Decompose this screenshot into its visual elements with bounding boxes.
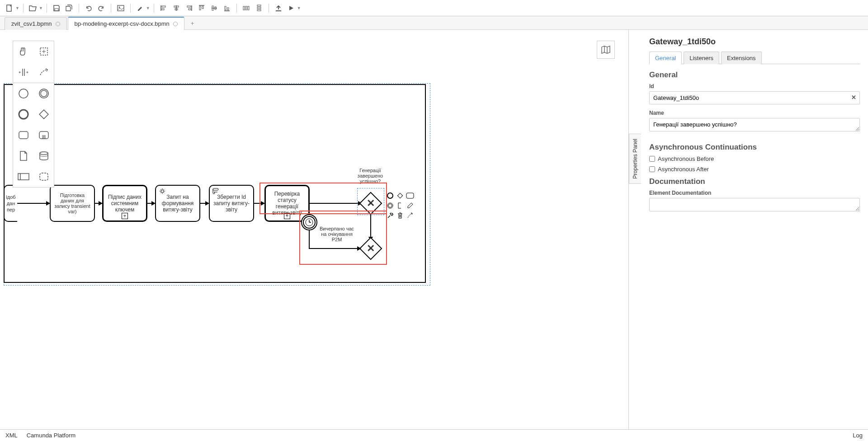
new-file-icon[interactable]: [4, 2, 15, 14]
end-event-icon[interactable]: [13, 104, 33, 125]
align-top-icon[interactable]: [196, 2, 208, 14]
sequence-flow[interactable]: [17, 203, 50, 204]
global-connect-tool-icon[interactable]: [33, 62, 54, 83]
file-tab[interactable]: zvit_csv1.bpmn: [5, 17, 67, 30]
timer-boundary-event[interactable]: [301, 214, 317, 230]
deploy-icon[interactable]: [273, 2, 284, 14]
separator: [236, 4, 237, 13]
gateway-icon[interactable]: [33, 104, 54, 125]
participant-icon[interactable]: [13, 166, 33, 187]
separator: [154, 4, 154, 13]
add-tab-button[interactable]: +: [185, 17, 200, 29]
tab-general[interactable]: General: [649, 52, 682, 64]
sequence-flow[interactable]: [309, 230, 310, 249]
async-before-checkbox[interactable]: [649, 156, 655, 162]
color-icon[interactable]: [134, 2, 146, 14]
minimap-toggle[interactable]: [597, 41, 615, 59]
data-object-icon[interactable]: [13, 145, 33, 166]
undo-icon[interactable]: [83, 2, 94, 14]
svg-rect-6: [162, 9, 164, 10]
svg-rect-21: [227, 8, 229, 10]
properties-panel: Properties Panel Gateway_1tdi50o General…: [628, 30, 868, 429]
new-dropdown-icon[interactable]: ▼: [15, 6, 19, 10]
properties-panel-toggle[interactable]: Properties Panel: [629, 134, 641, 184]
file-tab-active[interactable]: bp-modeling-excerpt-csv-docx.bpmn: [68, 17, 184, 30]
task-partial[interactable]: ідоб дан пер: [4, 185, 17, 222]
subprocess-marker-icon: +: [284, 213, 290, 219]
color-dropdown-icon[interactable]: ▼: [146, 6, 150, 10]
open-dropdown-icon[interactable]: ▼: [39, 6, 43, 10]
open-file-icon[interactable]: [27, 2, 39, 14]
svg-point-34: [19, 89, 28, 98]
align-center-h-icon[interactable]: [170, 2, 182, 14]
distribute-v-icon[interactable]: [253, 2, 265, 14]
sequence-flow[interactable]: [309, 248, 361, 249]
start-event-icon[interactable]: [13, 83, 33, 104]
name-input[interactable]: [649, 118, 860, 131]
subprocess-icon[interactable]: [33, 125, 54, 145]
canvas[interactable]: ідоб дан пер Підготовка даних для запису…: [0, 30, 628, 429]
intermediate-event-icon[interactable]: [33, 83, 54, 104]
main-toolbar: ▼ ▼ ▼ ▼: [0, 0, 868, 16]
xml-tab[interactable]: XML: [5, 432, 18, 439]
run-icon[interactable]: [285, 2, 297, 14]
sequence-flow[interactable]: [370, 213, 371, 239]
wrench-icon[interactable]: [386, 211, 394, 220]
connect-icon[interactable]: [406, 211, 414, 220]
append-task-icon[interactable]: [406, 192, 414, 200]
doc-input[interactable]: [649, 198, 860, 211]
id-input[interactable]: [649, 91, 860, 104]
task-label: Підпис даних системним ключем: [106, 194, 143, 213]
hand-tool-icon[interactable]: [13, 41, 33, 62]
task-prepare-data[interactable]: Підготовка даних для запису transient va…: [50, 185, 95, 222]
script-task-icon: [212, 188, 219, 195]
platform-tab[interactable]: Camunda Platform: [27, 432, 75, 439]
redo-icon[interactable]: [95, 2, 107, 14]
task-request[interactable]: Запит на формування витягу-звіту: [155, 185, 200, 222]
task-label: Перевірка статусу генерації витягу-звіту: [269, 191, 306, 216]
svg-rect-5: [162, 6, 165, 7]
lasso-tool-icon[interactable]: [33, 41, 54, 62]
clear-icon[interactable]: ✕: [851, 94, 856, 101]
doc-label: Element Documentation: [649, 190, 860, 196]
sequence-flow[interactable]: [310, 203, 362, 204]
svg-rect-15: [202, 6, 203, 9]
annotation-icon[interactable]: [396, 202, 404, 210]
tab-extensions[interactable]: Extensions: [721, 52, 762, 64]
exclusive-gateway-selected[interactable]: ✕: [359, 192, 382, 215]
run-dropdown-icon[interactable]: ▼: [297, 6, 301, 10]
append-gateway-icon[interactable]: [396, 192, 404, 200]
task-icon[interactable]: [13, 125, 33, 145]
space-tool-icon[interactable]: [13, 62, 33, 83]
svg-point-37: [19, 110, 28, 119]
group-icon[interactable]: [33, 166, 54, 187]
close-tab-icon[interactable]: [56, 22, 60, 26]
image-icon[interactable]: [115, 2, 127, 14]
close-tab-icon[interactable]: [173, 22, 178, 26]
align-center-v-icon[interactable]: [208, 2, 220, 14]
log-tab[interactable]: Log: [853, 432, 863, 439]
align-left-icon[interactable]: [158, 2, 170, 14]
svg-point-36: [41, 90, 47, 97]
task-sign-data[interactable]: Підпис даних системним ключем +: [102, 185, 147, 222]
svg-rect-14: [199, 6, 201, 10]
arrow-icon: [151, 201, 156, 206]
append-end-event-icon[interactable]: [386, 192, 394, 200]
task-label: Зберегти Id запиту витягу-звіту: [212, 194, 250, 213]
distribute-h-icon[interactable]: [241, 2, 252, 14]
save-icon[interactable]: [51, 2, 62, 14]
append-intermediate-icon[interactable]: [386, 202, 394, 210]
async-after-checkbox[interactable]: [649, 166, 655, 172]
change-type-icon[interactable]: [406, 202, 414, 210]
exclusive-gateway-2[interactable]: ✕: [359, 237, 382, 260]
align-right-icon[interactable]: [183, 2, 195, 14]
svg-rect-25: [257, 5, 261, 6]
data-store-icon[interactable]: [33, 145, 54, 166]
task-save-id[interactable]: Зберегти Id запиту витягу-звіту: [209, 185, 254, 222]
tab-listeners[interactable]: Listeners: [684, 52, 719, 64]
svg-rect-24: [248, 6, 249, 10]
delete-icon[interactable]: [396, 211, 404, 220]
save-all-icon[interactable]: [63, 2, 75, 14]
align-bottom-icon[interactable]: [221, 2, 233, 14]
async-before-label: Asynchronous Before: [658, 155, 714, 162]
